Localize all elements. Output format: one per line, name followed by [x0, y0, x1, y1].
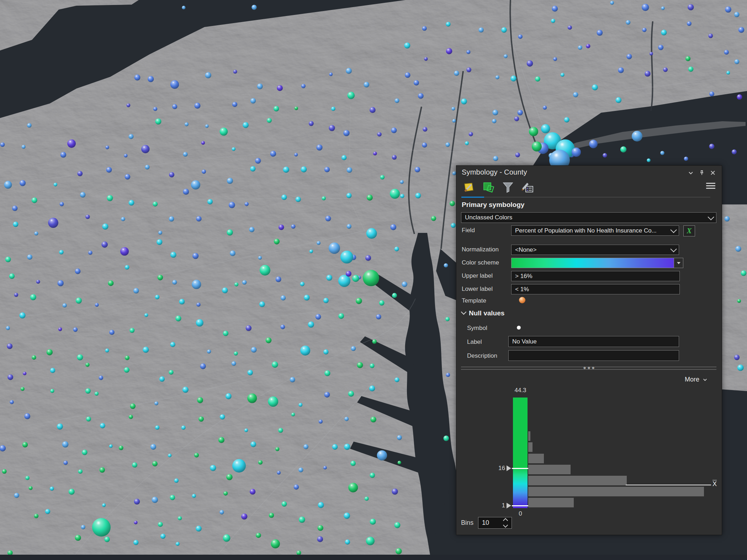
- county-bubble: [223, 331, 228, 336]
- county-bubble: [735, 59, 740, 64]
- tab-vary-symbology-by-attribute[interactable]: [481, 180, 496, 195]
- color-scheme-control[interactable]: [511, 258, 683, 268]
- set-expression-button[interactable]: X: [683, 225, 695, 236]
- spinner-up-icon[interactable]: [503, 518, 508, 523]
- tab-scale-based-sizing[interactable]: [520, 180, 535, 195]
- symbology-type-dropdown[interactable]: Unclassed Colors: [461, 212, 716, 223]
- county-bubble: [196, 526, 202, 532]
- county-bubble: [492, 119, 496, 123]
- county-bubble: [95, 303, 99, 307]
- field-value: Percent of Population with No Health Ins…: [515, 227, 657, 234]
- field-dropdown[interactable]: Percent of Population with No Health Ins…: [511, 225, 679, 236]
- county-bubble: [125, 174, 131, 180]
- county-bubble: [370, 473, 375, 478]
- county-bubble: [684, 157, 688, 161]
- null-values-header[interactable]: Null values: [462, 309, 504, 317]
- upper-handle[interactable]: [507, 465, 511, 471]
- panel-menu-icon[interactable]: [706, 183, 715, 189]
- county-bubble: [2, 469, 7, 474]
- county-bubble: [268, 396, 278, 407]
- county-bubble: [345, 539, 350, 544]
- county-bubble: [54, 183, 58, 187]
- upper-label-input[interactable]: > 16%: [511, 271, 680, 281]
- null-description-input[interactable]: [508, 350, 679, 361]
- county-bubble: [229, 202, 235, 208]
- county-bubble: [256, 533, 261, 538]
- county-bubble: [202, 170, 206, 174]
- county-bubble: [280, 325, 285, 329]
- county-bubble: [175, 316, 181, 321]
- county-bubble: [543, 106, 547, 110]
- county-bubble: [129, 200, 134, 206]
- tab-primary-symbology[interactable]: [461, 180, 476, 195]
- county-bubble: [318, 502, 324, 508]
- null-label-input[interactable]: No Value: [508, 336, 679, 347]
- tab-symbol-layer-drawing[interactable]: [500, 180, 515, 195]
- pin-icon[interactable]: [698, 169, 706, 177]
- null-symbol-dot[interactable]: [517, 326, 521, 330]
- county-bubble: [298, 403, 302, 407]
- county-bubble: [469, 132, 473, 136]
- county-bubble: [493, 110, 498, 116]
- county-bubble: [446, 48, 452, 54]
- county-bubble: [423, 127, 427, 132]
- county-bubble: [160, 534, 165, 539]
- county-bubble: [709, 144, 714, 149]
- spinner-down-icon[interactable]: [503, 523, 508, 528]
- county-bubble: [155, 118, 161, 124]
- county-bubble: [501, 27, 507, 33]
- lower-label-input[interactable]: < 1%: [511, 284, 680, 294]
- county-bubble: [493, 156, 498, 161]
- county-bubble: [158, 231, 162, 235]
- county-bubble: [172, 280, 177, 284]
- template-symbol-sphere[interactable]: [519, 297, 525, 303]
- county-bubble: [48, 218, 58, 228]
- county-bubble: [259, 302, 265, 307]
- splitter-grip[interactable]: ●●●: [456, 366, 722, 369]
- color-ramp-preview[interactable]: [511, 258, 674, 268]
- county-bubble: [32, 355, 36, 360]
- county-bubble: [392, 155, 397, 160]
- county-bubble: [366, 537, 375, 545]
- county-bubble: [395, 98, 399, 103]
- lower-handle[interactable]: [507, 503, 511, 508]
- histogram-bar: [528, 465, 571, 474]
- county-bubble: [197, 397, 203, 403]
- county-bubble: [708, 34, 713, 38]
- county-bubble: [724, 50, 729, 55]
- county-bubble: [515, 153, 520, 157]
- county-bubble: [278, 428, 283, 433]
- county-bubble: [120, 247, 129, 256]
- chevron-down-icon: [703, 377, 708, 382]
- county-bubble-large: [232, 459, 246, 473]
- county-bubble: [88, 251, 92, 255]
- normalization-dropdown[interactable]: <None>: [511, 245, 679, 255]
- county-bubble: [157, 239, 162, 245]
- county-bubble: [309, 250, 313, 253]
- close-icon[interactable]: [709, 169, 717, 177]
- county-bubble: [82, 450, 87, 455]
- county-bubble: [100, 423, 105, 428]
- county-bubble-large: [329, 242, 340, 254]
- bins-spinner[interactable]: 10: [478, 517, 512, 529]
- county-bubble: [251, 347, 257, 353]
- county-bubble: [741, 270, 747, 276]
- collapse-chevron-icon[interactable]: [687, 169, 695, 177]
- county-bubble: [30, 294, 36, 300]
- more-button[interactable]: More: [685, 376, 708, 383]
- county-bubble: [300, 346, 310, 356]
- color-scheme-dropdown-button[interactable]: [674, 258, 683, 268]
- county-bubble: [170, 495, 175, 500]
- county-bubble: [270, 151, 276, 157]
- county-bubble: [150, 444, 156, 450]
- chevron-down-icon: [670, 226, 677, 233]
- county-bubble: [250, 166, 255, 171]
- histogram-bar: [528, 454, 544, 463]
- county-bubble: [367, 194, 373, 201]
- county-bubble: [316, 144, 322, 150]
- county-bubble: [301, 84, 306, 88]
- county-bubble: [58, 327, 62, 331]
- county-bubble: [119, 446, 123, 450]
- county-bubble: [645, 71, 650, 76]
- county-bubble: [105, 348, 109, 352]
